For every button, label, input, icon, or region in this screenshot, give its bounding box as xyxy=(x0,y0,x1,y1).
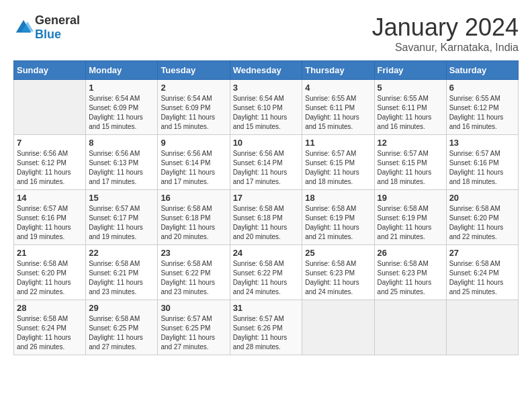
day-info: Sunrise: 6:58 AMSunset: 6:19 PMDaylight:… xyxy=(305,204,371,242)
calendar-week-5: 28Sunrise: 6:58 AMSunset: 6:24 PMDayligh… xyxy=(14,300,519,355)
day-info: Sunrise: 6:57 AMSunset: 6:16 PMDaylight:… xyxy=(449,149,515,187)
day-number: 8 xyxy=(89,138,154,148)
calendar-cell: 13Sunrise: 6:57 AMSunset: 6:16 PMDayligh… xyxy=(446,135,518,190)
day-info: Sunrise: 6:58 AMSunset: 6:21 PMDaylight:… xyxy=(89,259,154,297)
day-number: 18 xyxy=(305,193,371,203)
calendar-cell: 21Sunrise: 6:58 AMSunset: 6:20 PMDayligh… xyxy=(14,245,86,300)
day-info: Sunrise: 6:56 AMSunset: 6:14 PMDaylight:… xyxy=(233,149,300,187)
day-number: 27 xyxy=(449,248,515,258)
calendar-cell: 26Sunrise: 6:58 AMSunset: 6:23 PMDayligh… xyxy=(374,245,446,300)
calendar-cell: 2Sunrise: 6:54 AMSunset: 6:09 PMDaylight… xyxy=(158,80,230,135)
day-number: 14 xyxy=(17,193,83,203)
day-number: 25 xyxy=(305,248,371,258)
header-day-wednesday: Wednesday xyxy=(230,61,302,80)
day-info: Sunrise: 6:58 AMSunset: 6:18 PMDaylight:… xyxy=(161,204,226,242)
day-number: 7 xyxy=(17,138,83,148)
calendar-cell: 28Sunrise: 6:58 AMSunset: 6:24 PMDayligh… xyxy=(14,300,86,355)
header-day-sunday: Sunday xyxy=(14,61,86,80)
day-number: 17 xyxy=(233,193,300,203)
calendar-cell: 4Sunrise: 6:55 AMSunset: 6:11 PMDaylight… xyxy=(302,80,374,135)
day-info: Sunrise: 6:58 AMSunset: 6:20 PMDaylight:… xyxy=(449,204,515,242)
header-day-thursday: Thursday xyxy=(302,61,374,80)
day-info: Sunrise: 6:54 AMSunset: 6:09 PMDaylight:… xyxy=(161,94,226,132)
day-info: Sunrise: 6:57 AMSunset: 6:25 PMDaylight:… xyxy=(161,314,226,352)
calendar-week-2: 7Sunrise: 6:56 AMSunset: 6:12 PMDaylight… xyxy=(14,135,519,190)
title-area: January 2024 Savanur, Karnataka, India xyxy=(372,13,519,54)
calendar-cell: 19Sunrise: 6:58 AMSunset: 6:19 PMDayligh… xyxy=(374,190,446,245)
calendar-week-3: 14Sunrise: 6:57 AMSunset: 6:16 PMDayligh… xyxy=(14,190,519,245)
calendar-cell: 18Sunrise: 6:58 AMSunset: 6:19 PMDayligh… xyxy=(302,190,374,245)
day-number: 5 xyxy=(378,83,443,93)
calendar-week-1: 1Sunrise: 6:54 AMSunset: 6:09 PMDaylight… xyxy=(14,80,519,135)
day-number: 26 xyxy=(378,248,443,258)
day-number: 2 xyxy=(161,83,226,93)
day-number: 4 xyxy=(305,83,371,93)
calendar-cell: 29Sunrise: 6:58 AMSunset: 6:25 PMDayligh… xyxy=(86,300,158,355)
day-number: 15 xyxy=(89,193,154,203)
calendar-cell: 1Sunrise: 6:54 AMSunset: 6:09 PMDaylight… xyxy=(86,80,158,135)
day-info: Sunrise: 6:58 AMSunset: 6:24 PMDaylight:… xyxy=(17,314,83,352)
header-day-monday: Monday xyxy=(86,61,158,80)
calendar-cell: 5Sunrise: 6:55 AMSunset: 6:11 PMDaylight… xyxy=(374,80,446,135)
day-number: 1 xyxy=(89,83,154,93)
day-number: 6 xyxy=(449,83,515,93)
day-number: 21 xyxy=(17,248,83,258)
logo: General Blue xyxy=(13,13,80,42)
day-number: 19 xyxy=(378,193,443,203)
calendar-cell xyxy=(374,300,446,355)
calendar-cell: 3Sunrise: 6:54 AMSunset: 6:10 PMDaylight… xyxy=(230,80,302,135)
day-number: 23 xyxy=(161,248,226,258)
day-info: Sunrise: 6:58 AMSunset: 6:19 PMDaylight:… xyxy=(378,204,443,242)
day-number: 9 xyxy=(161,138,226,148)
calendar-week-4: 21Sunrise: 6:58 AMSunset: 6:20 PMDayligh… xyxy=(14,245,519,300)
day-info: Sunrise: 6:55 AMSunset: 6:11 PMDaylight:… xyxy=(305,94,371,132)
day-info: Sunrise: 6:57 AMSunset: 6:16 PMDaylight:… xyxy=(17,204,83,242)
day-info: Sunrise: 6:54 AMSunset: 6:09 PMDaylight:… xyxy=(89,94,154,132)
calendar-cell xyxy=(446,300,518,355)
day-info: Sunrise: 6:56 AMSunset: 6:12 PMDaylight:… xyxy=(17,149,83,187)
calendar-cell: 7Sunrise: 6:56 AMSunset: 6:12 PMDaylight… xyxy=(14,135,86,190)
calendar-cell: 20Sunrise: 6:58 AMSunset: 6:20 PMDayligh… xyxy=(446,190,518,245)
calendar-cell: 22Sunrise: 6:58 AMSunset: 6:21 PMDayligh… xyxy=(86,245,158,300)
calendar-cell: 6Sunrise: 6:55 AMSunset: 6:12 PMDaylight… xyxy=(446,80,518,135)
calendar-cell: 23Sunrise: 6:58 AMSunset: 6:22 PMDayligh… xyxy=(158,245,230,300)
day-info: Sunrise: 6:58 AMSunset: 6:20 PMDaylight:… xyxy=(17,259,83,297)
calendar-cell: 15Sunrise: 6:57 AMSunset: 6:17 PMDayligh… xyxy=(86,190,158,245)
calendar-cell: 31Sunrise: 6:57 AMSunset: 6:26 PMDayligh… xyxy=(230,300,302,355)
day-number: 3 xyxy=(233,83,300,93)
day-info: Sunrise: 6:57 AMSunset: 6:15 PMDaylight:… xyxy=(305,149,371,187)
day-number: 22 xyxy=(89,248,154,258)
calendar-cell: 27Sunrise: 6:58 AMSunset: 6:24 PMDayligh… xyxy=(446,245,518,300)
header-day-tuesday: Tuesday xyxy=(158,61,230,80)
day-number: 24 xyxy=(233,248,300,258)
calendar-cell: 12Sunrise: 6:57 AMSunset: 6:15 PMDayligh… xyxy=(374,135,446,190)
day-number: 20 xyxy=(449,193,515,203)
calendar-cell: 16Sunrise: 6:58 AMSunset: 6:18 PMDayligh… xyxy=(158,190,230,245)
day-info: Sunrise: 6:58 AMSunset: 6:23 PMDaylight:… xyxy=(378,259,443,297)
day-number: 13 xyxy=(449,138,515,148)
calendar-cell xyxy=(302,300,374,355)
day-number: 30 xyxy=(161,303,226,313)
calendar-cell: 11Sunrise: 6:57 AMSunset: 6:15 PMDayligh… xyxy=(302,135,374,190)
logo-text-blue: Blue xyxy=(35,28,61,41)
day-number: 16 xyxy=(161,193,226,203)
header-area: General Blue January 2024 Savanur, Karna… xyxy=(13,13,519,54)
calendar-body: 1Sunrise: 6:54 AMSunset: 6:09 PMDaylight… xyxy=(14,80,519,355)
calendar-table: SundayMondayTuesdayWednesdayThursdayFrid… xyxy=(13,60,519,355)
day-info: Sunrise: 6:54 AMSunset: 6:10 PMDaylight:… xyxy=(233,94,300,132)
calendar-cell: 8Sunrise: 6:56 AMSunset: 6:13 PMDaylight… xyxy=(86,135,158,190)
day-number: 28 xyxy=(17,303,83,313)
day-number: 10 xyxy=(233,138,300,148)
day-info: Sunrise: 6:58 AMSunset: 6:24 PMDaylight:… xyxy=(449,259,515,297)
header-day-friday: Friday xyxy=(374,61,446,80)
day-info: Sunrise: 6:55 AMSunset: 6:12 PMDaylight:… xyxy=(449,94,515,132)
day-info: Sunrise: 6:58 AMSunset: 6:22 PMDaylight:… xyxy=(161,259,226,297)
logo-icon xyxy=(13,17,34,38)
calendar-cell: 14Sunrise: 6:57 AMSunset: 6:16 PMDayligh… xyxy=(14,190,86,245)
day-info: Sunrise: 6:58 AMSunset: 6:23 PMDaylight:… xyxy=(305,259,371,297)
calendar-cell: 25Sunrise: 6:58 AMSunset: 6:23 PMDayligh… xyxy=(302,245,374,300)
day-info: Sunrise: 6:56 AMSunset: 6:13 PMDaylight:… xyxy=(89,149,154,187)
day-number: 12 xyxy=(378,138,443,148)
calendar-cell: 10Sunrise: 6:56 AMSunset: 6:14 PMDayligh… xyxy=(230,135,302,190)
day-info: Sunrise: 6:55 AMSunset: 6:11 PMDaylight:… xyxy=(378,94,443,132)
